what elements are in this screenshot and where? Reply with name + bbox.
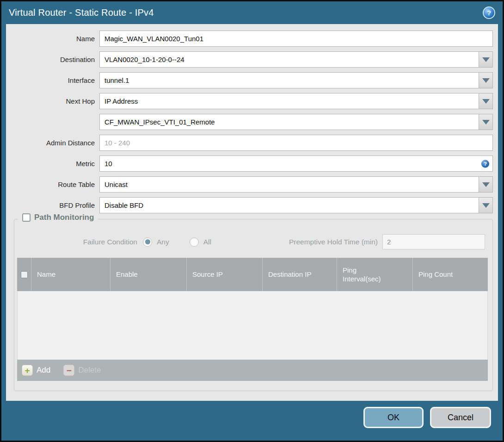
metric-input[interactable] xyxy=(99,156,493,172)
interface-combobox[interactable] xyxy=(99,72,479,88)
radio-any[interactable] xyxy=(143,237,152,247)
next-hop-address-combobox[interactable] xyxy=(99,114,479,130)
radio-any-label: Any xyxy=(157,238,169,246)
metric-help-icon[interactable]: ? xyxy=(481,160,489,168)
table-toolbar: + Add − Delete xyxy=(17,360,488,381)
ok-button[interactable]: OK xyxy=(363,407,424,428)
form-row: Route Table xyxy=(6,176,493,193)
plus-icon: + xyxy=(22,365,33,376)
destination-label: Destination xyxy=(6,56,99,63)
route-table-dropdown-button[interactable] xyxy=(479,176,493,193)
destination-dropdown-button[interactable] xyxy=(479,51,493,68)
path-monitoring-group: Path Monitoring Failure Condition Any Al… xyxy=(14,219,493,391)
form-row: BFD Profile xyxy=(6,197,493,213)
column-header-ping-interval: Ping Interval(sec) xyxy=(337,258,412,291)
chevron-down-icon xyxy=(482,120,490,125)
column-header-enable: Enable xyxy=(110,258,186,291)
form-row: Next Hop xyxy=(6,93,493,109)
column-header-ping-count: Ping Count xyxy=(412,258,488,291)
cancel-button[interactable]: Cancel xyxy=(430,407,491,428)
chevron-down-icon xyxy=(482,203,490,208)
name-input[interactable] xyxy=(99,31,493,47)
admin-distance-label: Admin Distance xyxy=(6,139,99,147)
minus-icon: − xyxy=(63,365,74,376)
bfd-profile-combobox[interactable] xyxy=(99,197,479,213)
admin-distance-input[interactable] xyxy=(99,135,493,151)
interface-dropdown-button[interactable] xyxy=(479,72,493,88)
table-header-row: Name Enable Source IP Destination IP Pin… xyxy=(17,258,488,291)
delete-button[interactable]: − Delete xyxy=(63,365,101,376)
form-row: Destination xyxy=(6,51,493,68)
next-hop-label: Next Hop xyxy=(6,97,99,105)
dialog-titlebar: Virtual Router - Static Route - IPv4 ? xyxy=(1,1,503,24)
radio-all-label: All xyxy=(203,238,211,246)
static-route-dialog: Virtual Router - Static Route - IPv4 ? N… xyxy=(0,0,504,442)
column-header-name: Name xyxy=(31,258,110,291)
interface-label: Interface xyxy=(6,76,99,84)
select-all-checkbox[interactable] xyxy=(21,271,28,278)
preemptive-hold-input[interactable] xyxy=(382,234,485,249)
path-monitoring-checkbox[interactable] xyxy=(22,213,31,222)
metric-label: Metric xyxy=(6,160,99,168)
select-all-header-cell xyxy=(17,258,31,291)
chevron-down-icon xyxy=(482,57,490,62)
next-hop-type-dropdown-button[interactable] xyxy=(479,93,493,109)
dialog-title: Virtual Router - Static Route - IPv4 xyxy=(9,7,154,18)
path-monitoring-legend: Path Monitoring xyxy=(18,213,98,222)
chevron-down-icon xyxy=(482,78,490,83)
preemptive-hold-label: Preemptive Hold Time (min) xyxy=(289,238,378,246)
next-hop-type-combobox[interactable] xyxy=(99,93,479,109)
radio-all[interactable] xyxy=(190,237,199,247)
route-table-combobox[interactable] xyxy=(99,176,479,193)
delete-button-label: Delete xyxy=(78,366,101,375)
form-row: Metric ? xyxy=(6,156,493,172)
dialog-footer: OK Cancel xyxy=(1,401,503,441)
failure-condition-label: Failure Condition xyxy=(14,238,143,246)
chevron-down-icon xyxy=(482,99,490,104)
destination-combobox[interactable] xyxy=(99,51,479,68)
static-route-form: Name Destination Interface xyxy=(6,24,498,213)
path-monitoring-table: Name Enable Source IP Destination IP Pin… xyxy=(17,258,488,381)
add-button[interactable]: + Add xyxy=(22,365,50,376)
path-monitoring-title: Path Monitoring xyxy=(34,213,94,222)
radio-selected-dot xyxy=(145,239,150,244)
chevron-down-icon xyxy=(482,182,490,187)
next-hop-address-dropdown-button[interactable] xyxy=(479,114,493,130)
route-table-label: Route Table xyxy=(6,181,99,188)
bfd-profile-label: BFD Profile xyxy=(6,201,99,209)
help-icon[interactable]: ? xyxy=(483,6,495,19)
failure-condition-row: Failure Condition Any All Preemptive Hol… xyxy=(14,234,485,249)
column-header-destination-ip: Destination IP xyxy=(262,258,337,291)
form-row: Interface xyxy=(6,72,493,88)
form-row xyxy=(6,114,493,130)
form-row: Name xyxy=(6,31,493,47)
bfd-profile-dropdown-button[interactable] xyxy=(479,197,493,213)
name-label: Name xyxy=(6,35,99,43)
form-row: Admin Distance xyxy=(6,135,493,151)
dialog-content: Name Destination Interface xyxy=(6,24,498,401)
table-body-empty xyxy=(17,291,488,360)
add-button-label: Add xyxy=(37,366,50,375)
column-header-source-ip: Source IP xyxy=(186,258,262,291)
